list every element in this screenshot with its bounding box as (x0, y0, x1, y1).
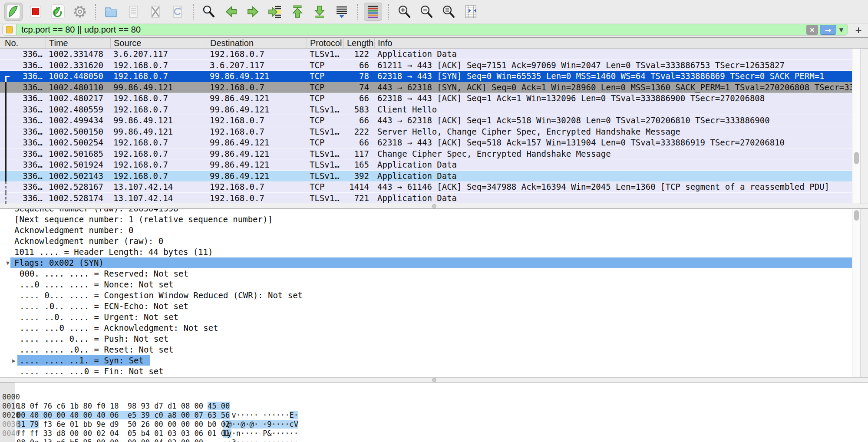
go-last-packet-button[interactable] (310, 3, 329, 21)
packet-row[interactable]: 336… 1002.501685 192.168.0.7 99.86.49.12… (0, 148, 852, 160)
filter-add-button[interactable] (852, 24, 865, 36)
list-details-splitter[interactable] (0, 204, 868, 209)
packet-no: 336… (0, 181, 46, 193)
column-header-source[interactable]: Source (111, 38, 207, 48)
go-first-packet-button[interactable] (288, 3, 307, 21)
packet-protocol: TLSv1… (307, 126, 344, 138)
open-file-button[interactable] (102, 3, 120, 21)
packet-row[interactable]: 336… 1002.528174 13.107.42.14 192.168.0.… (0, 193, 852, 204)
zoom-in-button[interactable] (395, 3, 413, 21)
column-header-no[interactable]: No. (0, 38, 46, 48)
packet-source: 99.86.49.121 (111, 115, 207, 126)
go-to-packet-button[interactable] (266, 3, 284, 21)
detail-text: .... .... ..1. = Syn: Set (0, 355, 852, 366)
packet-row[interactable]: 336… 1002.448050 192.168.0.7 99.86.49.12… (0, 71, 852, 82)
detail-line[interactable]: .... 0... .... = Congestion Window Reduc… (0, 290, 852, 301)
packet-time: 1002.448050 (46, 71, 111, 82)
restart-capture-button[interactable] (49, 3, 67, 21)
detail-line[interactable]: ...0 .... .... = Nonce: Not set (0, 279, 852, 290)
packet-row[interactable]: 336… 1002.331620 192.168.0.7 3.6.207.117… (0, 60, 852, 71)
hex-bytes[interactable]: 08 0a 13 e6 b5 95 00 00 00 00 04 02 00 0… (17, 438, 203, 442)
column-header-time[interactable]: Time (46, 38, 111, 48)
hex-bytes[interactable]: ff ff 33 d8 00 00 02 04 05 b4 01 03 03 0… (17, 429, 230, 438)
packet-row[interactable]: 336… 1002.502143 192.168.0.7 99.86.49.12… (0, 171, 852, 182)
restart-fin-icon (50, 4, 66, 20)
packet-length: 66 (344, 115, 375, 126)
packet-destination: 99.86.49.121 (207, 104, 307, 115)
detail-line[interactable]: Acknowledgment number (raw): 0 (0, 236, 852, 247)
stop-capture-button[interactable] (26, 3, 45, 21)
auto-scroll-button[interactable] (333, 3, 351, 21)
filter-history-dropdown[interactable] (839, 27, 843, 33)
detail-line[interactable]: .... .0.. .... = ECN-Echo: Not set (0, 301, 852, 312)
close-file-button[interactable] (146, 3, 165, 21)
detail-text: Acknowledgment number: 0 (0, 225, 852, 236)
save-file-button[interactable] (124, 3, 142, 21)
packet-details-scrollbar[interactable] (852, 209, 861, 377)
detail-text: .... .0.. .... = ECN-Echo: Not set (0, 301, 852, 312)
detail-line[interactable]: ▼ Flags: 0x002 (SYN) (0, 257, 852, 268)
packet-list-scrollbar[interactable] (852, 49, 861, 204)
filter-bookmark-button[interactable] (3, 24, 17, 35)
window-edge (861, 209, 868, 377)
detail-text: 000. .... .... = Reserved: Not set (0, 268, 852, 279)
column-header-protocol[interactable]: Protocol (307, 38, 344, 48)
column-header-length[interactable]: Length (344, 38, 375, 48)
detail-line[interactable]: .... .... ...0 = Fin: Not set (0, 366, 852, 377)
start-capture-button[interactable] (4, 3, 23, 21)
filter-apply-button[interactable] (820, 25, 836, 35)
go-forward-button[interactable] (244, 3, 262, 21)
hex-ascii[interactable]: 1y·n···· P&······ (223, 429, 298, 438)
hex-ascii[interactable]: ··3····· ········ (223, 438, 298, 442)
detail-text: .... ..0. .... = Urgent: Not set (0, 312, 852, 323)
find-packet-button[interactable] (200, 3, 218, 21)
hex-line[interactable]: 0000 18 0f 76 c6 1b 80 f0 18 98 93 d7 d1… (0, 383, 868, 393)
column-header-info[interactable]: Info (375, 38, 868, 48)
packet-protocol: TCP (307, 60, 344, 71)
detail-line[interactable]: Sequence number (raw): 2005041998 (0, 209, 852, 214)
packet-row[interactable]: 336… 1002.528167 13.107.42.14 192.168.0.… (0, 181, 852, 193)
detail-line[interactable]: .... ...0 .... = Acknowledgment: Not set (0, 323, 852, 333)
colorize-packets-button[interactable] (364, 3, 382, 21)
hex-line[interactable]: 0040 08 0a 13 e6 b5 95 00 00 00 00 04 02… (0, 420, 868, 429)
detail-line[interactable]: ▶ .... .... ..1. = Syn: Set (0, 355, 852, 366)
hex-line[interactable]: 0010 00 40 00 00 40 00 40 06 e5 39 c0 a8… (0, 393, 868, 402)
packet-row[interactable]: 336… 1002.501924 192.168.0.7 99.86.49.12… (0, 159, 852, 171)
capture-options-button[interactable] (71, 3, 89, 21)
packet-length: 583 (344, 104, 375, 115)
filter-clear-button[interactable] (806, 25, 818, 35)
details-hex-splitter[interactable] (0, 377, 868, 383)
detail-text: .... .... ...0 = Fin: Not set (0, 366, 852, 377)
hex-line[interactable]: 0030 ff ff 33 d8 00 00 02 04 05 b4 01 03… (0, 411, 868, 420)
zoom-reset-button[interactable] (439, 3, 458, 21)
detail-line[interactable]: .... ..0. .... = Urgent: Not set (0, 312, 852, 323)
detail-line[interactable]: [Next sequence number: 1 (relative seque… (0, 214, 852, 225)
detail-line[interactable]: .... .... .0.. = Reset: Not set (0, 344, 852, 355)
scrollbar-thumb[interactable] (854, 152, 859, 164)
display-filter-input[interactable]: tcp.port == 80 || udp.port == 80 (2, 24, 848, 36)
display-filter-value[interactable]: tcp.port == 80 || udp.port == 80 (17, 25, 806, 35)
packet-row[interactable]: 336… 1002.480217 192.168.0.7 99.86.49.12… (0, 93, 852, 104)
column-header-destination[interactable]: Destination (207, 38, 307, 48)
hex-line[interactable]: 0020 31 79 f3 6e 01 bb 9e d9 50 26 00 00… (0, 402, 868, 411)
packet-row[interactable]: 336… 1002.331478 3.6.207.117 192.168.0.7… (0, 49, 852, 60)
packet-row[interactable]: 336… 1002.500254 192.168.0.7 99.86.49.12… (0, 137, 852, 148)
detail-line[interactable]: 1011 .... = Header Length: 44 bytes (11) (0, 247, 852, 257)
detail-line[interactable]: Acknowledgment number: 0 (0, 225, 852, 236)
packet-info: Application Data (375, 171, 852, 182)
packet-bytes-pane: 0000 18 0f 76 c6 1b 80 f0 18 98 93 d7 d1… (0, 383, 868, 442)
packet-no: 336… (0, 60, 46, 71)
detail-line[interactable]: .... .... 0... = Push: Not set (0, 333, 852, 344)
packet-row[interactable]: 336… 1002.480110 99.86.49.121 192.168.0.… (0, 82, 852, 93)
packet-row[interactable]: 336… 1002.499434 99.86.49.121 192.168.0.… (0, 115, 852, 126)
zoom-out-button[interactable] (417, 3, 436, 21)
resize-columns-button[interactable] (462, 3, 480, 21)
packet-destination: 99.86.49.121 (207, 171, 307, 182)
packet-row[interactable]: 336… 1002.500150 99.86.49.121 192.168.0.… (0, 126, 852, 138)
reload-file-button[interactable] (168, 3, 187, 21)
packet-row[interactable]: 336… 1002.480559 192.168.0.7 99.86.49.12… (0, 104, 852, 115)
stop-icon (28, 4, 43, 20)
go-back-button[interactable] (222, 3, 240, 21)
detail-line[interactable]: 000. .... .... = Reserved: Not set (0, 268, 852, 279)
scrollbar-thumb[interactable] (854, 210, 859, 221)
